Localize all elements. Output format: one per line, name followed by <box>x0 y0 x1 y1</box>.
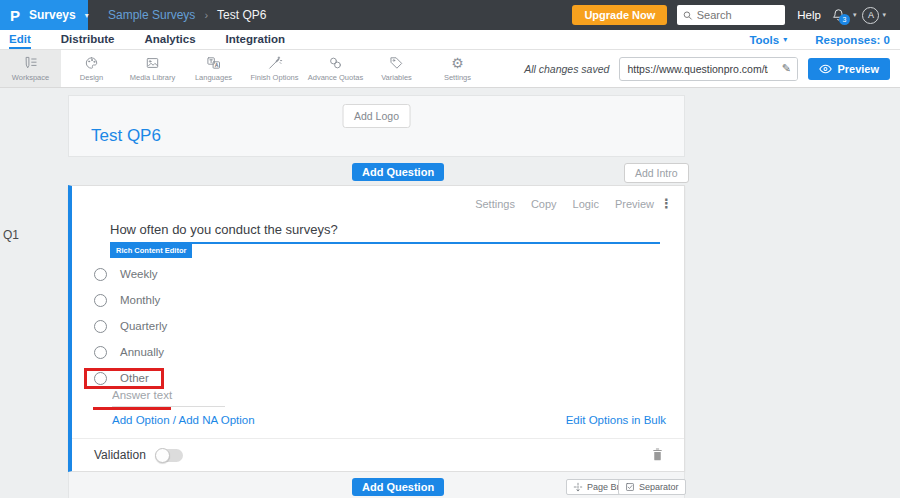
workspace-icon <box>22 55 39 71</box>
survey-url-box: ✎ <box>619 57 798 81</box>
edit-options-bulk-link[interactable]: Edit Options in Bulk <box>566 414 666 426</box>
radio-button[interactable] <box>94 294 107 307</box>
survey-title[interactable]: Test QP6 <box>91 126 161 146</box>
caret-down-icon: ▾ <box>783 35 787 44</box>
search-icon <box>683 10 692 21</box>
survey-toolbar: Workspace Design Media Library A Languag… <box>0 50 900 88</box>
breadcrumb: Sample Surveys › Test QP6 <box>108 8 266 22</box>
question-text[interactable]: How often do you conduct the surveys? <box>110 222 338 237</box>
tool-languages[interactable]: A Languages <box>183 50 244 87</box>
add-intro-button[interactable]: Add Intro <box>624 163 689 183</box>
caret-down-icon: ▾ <box>853 11 857 19</box>
pencil-icon: ✎ <box>782 62 791 75</box>
tools-menu[interactable]: Tools ▾ <box>749 34 787 46</box>
survey-header-card: Add Logo Test QP6 <box>68 95 685 157</box>
search-box[interactable] <box>677 5 785 25</box>
tab-edit[interactable]: Edit <box>9 30 31 49</box>
breadcrumb-parent[interactable]: Sample Surveys <box>108 8 195 22</box>
question-number-label: Q1 <box>3 228 19 242</box>
tool-workspace[interactable]: Workspace <box>0 50 61 87</box>
other-answer-input[interactable] <box>112 389 225 407</box>
option-row: Monthly <box>94 287 167 313</box>
link-separator: / <box>170 414 179 426</box>
breadcrumb-separator-icon: › <box>204 9 208 21</box>
tag-icon <box>388 55 405 71</box>
tool-advance-quotas[interactable]: Advance Quotas <box>305 50 366 87</box>
kebab-menu-icon[interactable]: ⋮ <box>660 196 673 211</box>
help-link[interactable]: Help <box>797 9 821 21</box>
question-preview-action[interactable]: Preview <box>615 198 654 210</box>
toggle-knob <box>155 448 170 463</box>
option-row: Weekly <box>94 261 167 287</box>
option-links: Add Option / Add NA Option <box>112 414 255 426</box>
section-nav: Edit Distribute Analytics Integration To… <box>0 30 900 50</box>
palette-icon <box>83 55 100 71</box>
responses-link[interactable]: Responses: 0 <box>815 34 890 46</box>
add-logo-button[interactable]: Add Logo <box>342 104 411 128</box>
edit-url-button[interactable]: ✎ <box>775 58 797 80</box>
validation-row: Validation <box>94 448 183 462</box>
trash-icon <box>651 447 664 462</box>
tab-integration[interactable]: Integration <box>226 30 285 49</box>
annotation-red-box: Other <box>84 368 164 389</box>
responses-count: Responses: 0 <box>815 34 890 46</box>
tool-settings[interactable]: ⚙ Settings <box>427 50 488 87</box>
option-label[interactable]: Weekly <box>120 268 158 280</box>
rich-content-editor-badge[interactable]: Rich Content Editor <box>110 244 192 258</box>
translate-icon: A <box>205 55 222 71</box>
search-input[interactable] <box>697 9 780 21</box>
question-actions: Settings Copy Logic Preview <box>475 198 654 210</box>
page-break-icon <box>573 482 583 492</box>
upgrade-button[interactable]: Upgrade Now <box>572 5 667 25</box>
question-settings-action[interactable]: Settings <box>475 198 515 210</box>
top-bar: P Surveys ▾ Sample Surveys › Test QP6 Up… <box>0 0 900 30</box>
avatar[interactable]: A <box>862 7 879 24</box>
add-na-option-link[interactable]: Add NA Option <box>179 414 255 426</box>
tool-design[interactable]: Design <box>61 50 122 87</box>
svg-text:A: A <box>215 63 219 68</box>
questionpro-logo: P <box>10 7 20 24</box>
answer-options-list: Weekly Monthly Quarterly Annually Other <box>94 261 167 391</box>
option-label[interactable]: Annually <box>120 346 164 358</box>
survey-url-input[interactable] <box>620 63 775 75</box>
option-row: Quarterly <box>94 313 167 339</box>
option-label[interactable]: Other <box>120 372 149 384</box>
wand-icon <box>266 55 283 71</box>
add-question-top-button[interactable]: Add Question <box>352 163 444 181</box>
tab-distribute[interactable]: Distribute <box>61 30 115 49</box>
chain-icon <box>327 55 344 71</box>
product-menu-label: Surveys <box>29 8 76 22</box>
eye-icon <box>819 64 832 74</box>
tools-menu-label: Tools <box>749 34 779 46</box>
add-option-link[interactable]: Add Option <box>112 414 170 426</box>
separator-button[interactable]: Separator <box>618 479 686 495</box>
option-label[interactable]: Monthly <box>120 294 160 306</box>
validation-toggle[interactable] <box>156 449 183 462</box>
option-row: Annually <box>94 339 167 365</box>
tool-variables[interactable]: Variables <box>366 50 427 87</box>
delete-question-button[interactable] <box>651 447 664 465</box>
save-status: All changes saved <box>524 63 609 75</box>
radio-button[interactable] <box>94 320 107 333</box>
notifications-bell[interactable]: 3 <box>831 7 846 23</box>
question-card: Settings Copy Logic Preview ⋮ How often … <box>68 185 685 472</box>
radio-button[interactable] <box>94 372 107 385</box>
product-menu[interactable]: P Surveys ▾ <box>0 0 88 30</box>
separator-checkbox-icon <box>625 482 635 492</box>
question-text-underline <box>110 242 660 244</box>
radio-button[interactable] <box>94 346 107 359</box>
option-label[interactable]: Quarterly <box>120 320 167 332</box>
gear-icon: ⚙ <box>451 55 464 71</box>
radio-button[interactable] <box>94 268 107 281</box>
question-copy-action[interactable]: Copy <box>531 198 557 210</box>
preview-button[interactable]: Preview <box>808 58 890 80</box>
survey-editor-canvas: Q1 Add Logo Test QP6 Add Question Add In… <box>0 88 900 498</box>
tool-finish-options[interactable]: Finish Options <box>244 50 305 87</box>
divider <box>72 438 684 439</box>
question-logic-action[interactable]: Logic <box>573 198 599 210</box>
tool-media-library[interactable]: Media Library <box>122 50 183 87</box>
validation-label: Validation <box>94 448 146 462</box>
caret-down-icon: ▾ <box>882 11 886 19</box>
tab-analytics[interactable]: Analytics <box>144 30 195 49</box>
add-question-bottom-button[interactable]: Add Question <box>352 478 444 496</box>
